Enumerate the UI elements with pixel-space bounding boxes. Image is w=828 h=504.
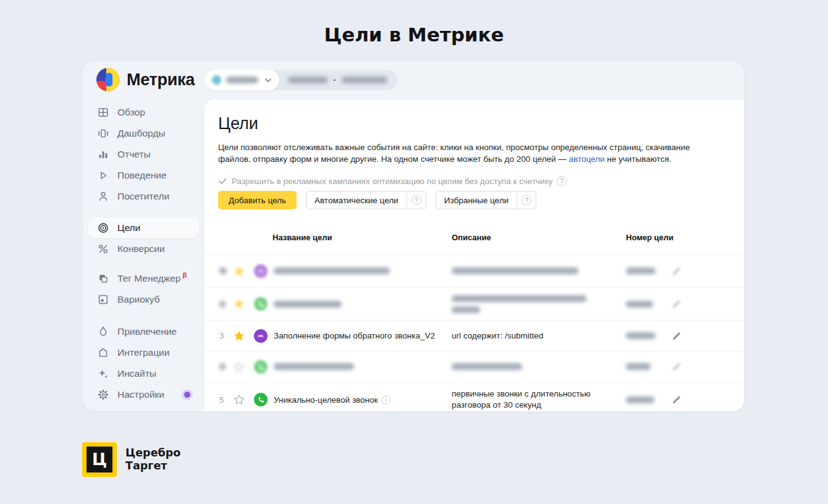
column-goal-number: Номер цели [626,233,674,242]
goals-heading: Цели [218,114,258,133]
goal-name [274,351,444,382]
edit-pencil-icon[interactable] [670,288,683,320]
goal-row: 3URLЗаполнение формы обратного звонка_V2… [205,321,744,351]
goal-row-number [219,254,230,287]
page-title: Цели в Метрике [0,23,828,46]
info-icon[interactable]: i [381,395,391,405]
sidebar-item-label: Конверсии [117,243,165,254]
favorite-goals-button[interactable]: Избранные цели ? [436,191,536,209]
favorite-star-icon[interactable] [233,351,245,382]
puzzle-icon [97,346,109,359]
sidebar-item-conversions[interactable]: Конверсии [88,238,199,259]
autogoals-link[interactable]: автоцели [569,154,605,164]
optimization-checkbox[interactable]: Разрешить в рекламных кампаниях оптимиза… [218,176,567,186]
favorite-star-icon[interactable] [233,382,245,412]
cerebro-target-brand: Ц Церебро Таргет [82,442,180,477]
edit-pencil-icon[interactable] [670,351,683,382]
goal-row-number: 3 [219,321,230,351]
auto-goals-button[interactable]: Автоматические цели ? [306,191,426,209]
goal-type-phone-badge [254,351,268,382]
add-goal-button[interactable]: Добавить цель [218,191,297,209]
cerebro-logo-letter: Ц [92,450,107,469]
variocube-icon [97,293,109,306]
goal-row [205,288,744,321]
cerebro-brand-name: Церебро Таргет [125,442,180,472]
sidebar: ОбзорДашбордыОтчетыПоведениеПосетителиЦе… [83,102,205,411]
sidebar-item-goals[interactable]: Цели [88,217,199,238]
auto-goals-label: Автоматические цели [306,196,407,205]
goal-description [452,351,607,382]
brand-name: Метрика [127,70,195,90]
favorite-goals-label: Избранные цели [436,196,517,205]
metrika-home-link[interactable]: Метрика [96,68,195,91]
counter-favicon [212,75,221,85]
sidebar-item-dashboards[interactable]: Дашборды [88,123,199,144]
play-icon [97,169,109,182]
sidebar-item-label: Поведение [117,170,167,181]
edit-pencil-icon[interactable] [670,254,683,287]
counter-domain-redacted [342,77,387,83]
bar-chart-icon [97,148,109,161]
sidebar-item-tag-manager[interactable]: Тег Менеджерβ [88,268,199,289]
sidebar-item-label: Настройки [117,389,164,400]
person-icon [97,190,109,203]
sidebar-item-label: Отчеты [117,149,151,160]
checkbox-label: Разрешить в рекламных кампаниях оптимиза… [232,177,552,186]
sidebar-item-label: Посетители [117,191,169,202]
sidebar-item-label: Дашборды [117,128,166,139]
checkmark-icon [218,177,227,186]
counter-meta: · [279,70,397,90]
tag-manager-icon [97,272,109,285]
auto-goals-help-icon[interactable]: ? [407,191,426,209]
sidebar-item-label: Тег Менеджер [117,273,180,284]
target-icon [97,222,109,234]
sidebar-item-attraction[interactable]: Привлечение [88,321,199,342]
sidebar-item-label: Интеграции [117,347,169,358]
edit-pencil-icon[interactable] [670,382,683,412]
column-goal-name: Название цели [272,233,332,242]
goal-description: url содержит: /submitted [452,321,607,351]
metrika-logo-icon [96,68,120,91]
favorite-star-icon[interactable] [233,254,245,287]
svg-text:URL: URL [258,334,264,338]
goal-row: 5Уникально-целевой звонокiпервичные звон… [205,382,744,412]
goal-row [205,351,744,382]
dashboards-icon [97,127,109,140]
sidebar-item-insights[interactable]: Инсайты [88,363,199,384]
favorite-goals-help-icon[interactable]: ? [517,191,536,209]
goal-description [452,254,607,287]
goal-type-url-badge: URL [254,254,268,287]
goal-row: URL [205,254,744,288]
sidebar-item-visitors[interactable]: Посетители [88,186,199,207]
metrika-app-window: Метрика · ОбзорДашбордыОтчетыПоведениеПо… [82,60,745,412]
sidebar-item-label: Вариокуб [117,294,160,305]
edit-pencil-icon[interactable] [670,321,683,351]
goal-id [626,351,663,382]
gear-icon [97,388,109,401]
sparkles-icon [97,368,109,380]
percent-icon [97,243,109,255]
counter-dropdown[interactable] [205,70,279,90]
goal-type-phone-badge [254,288,268,320]
counter-name-redacted [226,77,258,83]
counter-id-redacted [288,77,327,83]
sidebar-item-reports[interactable]: Отчеты [88,144,199,165]
sidebar-item-overview[interactable]: Обзор [88,102,199,123]
goal-id [626,321,663,351]
goal-id [626,288,663,320]
sidebar-item-integrations[interactable]: Интеграции [88,342,199,363]
help-icon[interactable]: ? [557,176,567,186]
goals-table-body: URL3URLЗаполнение формы обратного звонка… [205,254,744,412]
beta-badge: β [182,271,187,279]
sidebar-item-variocube[interactable]: Вариокуб [88,289,199,310]
counter-selector[interactable]: · [205,70,397,90]
sidebar-item-settings[interactable]: Настройки [88,384,199,405]
favorite-star-icon[interactable] [233,288,245,320]
description-text-after: не учитываются. [605,154,672,164]
sidebar-item-behavior[interactable]: Поведение [88,165,199,186]
favorite-star-icon[interactable] [233,321,245,351]
goal-type-phone-badge [254,382,268,412]
goal-name: Заполнение формы обратного звонка_V2 [274,321,444,351]
svg-text:URL: URL [258,269,264,273]
column-description: Описание [452,233,491,242]
